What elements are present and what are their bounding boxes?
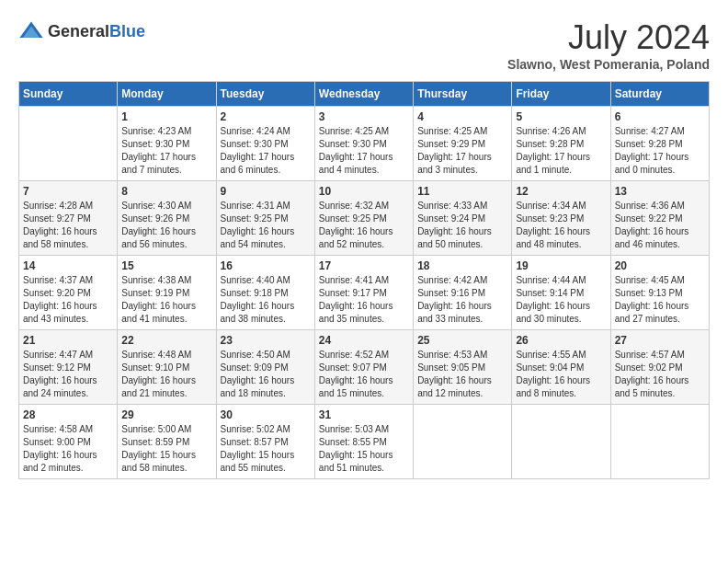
day-number: 12: [516, 185, 606, 198]
cell-content: Sunrise: 4:58 AM Sunset: 9:00 PM Dayligh…: [23, 423, 113, 475]
cell-content: Sunrise: 4:32 AM Sunset: 9:25 PM Dayligh…: [319, 200, 409, 251]
cell-content: Sunrise: 5:02 AM Sunset: 8:57 PM Dayligh…: [221, 423, 311, 475]
calendar-cell: 2Sunrise: 4:24 AM Sunset: 9:30 PM Daylig…: [216, 107, 314, 181]
calendar-week-2: 7Sunrise: 4:28 AM Sunset: 9:27 PM Daylig…: [19, 181, 710, 256]
cell-content: Sunrise: 4:31 AM Sunset: 9:25 PM Dayligh…: [221, 200, 311, 251]
calendar-cell: [19, 107, 118, 181]
cell-content: Sunrise: 4:26 AM Sunset: 9:28 PM Dayligh…: [516, 125, 606, 177]
day-number: 26: [516, 334, 606, 347]
day-number: 8: [121, 185, 211, 198]
calendar-cell: 11Sunrise: 4:33 AM Sunset: 9:24 PM Dayli…: [414, 181, 512, 256]
day-number: 11: [417, 185, 507, 198]
cell-content: Sunrise: 4:45 AM Sunset: 9:13 PM Dayligh…: [615, 274, 705, 326]
month-year: July 2024: [507, 18, 710, 57]
calendar-cell: 13Sunrise: 4:36 AM Sunset: 9:22 PM Dayli…: [610, 181, 709, 256]
col-tuesday: Tuesday: [216, 82, 314, 107]
calendar-cell: 14Sunrise: 4:37 AM Sunset: 9:20 PM Dayli…: [19, 256, 118, 330]
day-number: 9: [221, 185, 311, 198]
calendar-cell: 15Sunrise: 4:38 AM Sunset: 9:19 PM Dayli…: [118, 256, 216, 330]
cell-content: Sunrise: 4:28 AM Sunset: 9:27 PM Dayligh…: [23, 200, 113, 251]
day-number: 15: [121, 259, 211, 272]
calendar-cell: 9Sunrise: 4:31 AM Sunset: 9:25 PM Daylig…: [216, 181, 314, 256]
col-sunday: Sunday: [19, 82, 118, 107]
day-number: 4: [417, 110, 507, 123]
calendar-table: Sunday Monday Tuesday Wednesday Thursday…: [18, 81, 710, 479]
calendar-cell: 22Sunrise: 4:48 AM Sunset: 9:10 PM Dayli…: [118, 330, 216, 405]
day-number: 20: [615, 259, 705, 272]
calendar-cell: 25Sunrise: 4:53 AM Sunset: 9:05 PM Dayli…: [414, 330, 512, 405]
cell-content: Sunrise: 4:53 AM Sunset: 9:05 PM Dayligh…: [417, 349, 507, 400]
day-number: 1: [121, 110, 211, 123]
calendar-cell: 10Sunrise: 4:32 AM Sunset: 9:25 PM Dayli…: [314, 181, 413, 256]
page-header: GeneralBlue July 2024 Slawno, West Pomer…: [18, 18, 710, 72]
calendar-cell: 23Sunrise: 4:50 AM Sunset: 9:09 PM Dayli…: [216, 330, 314, 405]
cell-content: Sunrise: 4:33 AM Sunset: 9:24 PM Dayligh…: [417, 200, 507, 251]
day-number: 6: [615, 110, 705, 123]
calendar-cell: 19Sunrise: 4:44 AM Sunset: 9:14 PM Dayli…: [512, 256, 610, 330]
calendar-cell: 29Sunrise: 5:00 AM Sunset: 8:59 PM Dayli…: [118, 405, 216, 479]
col-thursday: Thursday: [414, 82, 512, 107]
day-number: 5: [516, 110, 606, 123]
cell-content: Sunrise: 4:42 AM Sunset: 9:16 PM Dayligh…: [417, 274, 507, 326]
day-number: 10: [319, 185, 409, 198]
day-number: 19: [516, 259, 606, 272]
calendar-cell: 18Sunrise: 4:42 AM Sunset: 9:16 PM Dayli…: [414, 256, 512, 330]
cell-content: Sunrise: 4:37 AM Sunset: 9:20 PM Dayligh…: [23, 274, 113, 326]
day-number: 7: [23, 185, 113, 198]
calendar-cell: 28Sunrise: 4:58 AM Sunset: 9:00 PM Dayli…: [19, 405, 118, 479]
cell-content: Sunrise: 4:55 AM Sunset: 9:04 PM Dayligh…: [516, 349, 606, 400]
calendar-cell: 24Sunrise: 4:52 AM Sunset: 9:07 PM Dayli…: [314, 330, 413, 405]
calendar-cell: 12Sunrise: 4:34 AM Sunset: 9:23 PM Dayli…: [512, 181, 610, 256]
calendar-cell: 6Sunrise: 4:27 AM Sunset: 9:28 PM Daylig…: [610, 107, 709, 181]
calendar-cell: [512, 405, 610, 479]
day-number: 30: [221, 408, 311, 421]
calendar-cell: 7Sunrise: 4:28 AM Sunset: 9:27 PM Daylig…: [19, 181, 118, 256]
day-number: 29: [121, 408, 211, 421]
day-number: 3: [319, 110, 409, 123]
cell-content: Sunrise: 5:00 AM Sunset: 8:59 PM Dayligh…: [121, 423, 211, 475]
calendar-cell: 17Sunrise: 4:41 AM Sunset: 9:17 PM Dayli…: [314, 256, 413, 330]
calendar-cell: 16Sunrise: 4:40 AM Sunset: 9:18 PM Dayli…: [216, 256, 314, 330]
day-number: 18: [417, 259, 507, 272]
col-friday: Friday: [512, 82, 610, 107]
day-number: 21: [23, 334, 113, 347]
calendar-week-5: 28Sunrise: 4:58 AM Sunset: 9:00 PM Dayli…: [19, 405, 710, 479]
logo: GeneralBlue: [18, 18, 145, 44]
calendar-cell: 31Sunrise: 5:03 AM Sunset: 8:55 PM Dayli…: [314, 405, 413, 479]
logo-text-blue: Blue: [109, 22, 145, 40]
day-number: 22: [121, 334, 211, 347]
calendar-cell: 30Sunrise: 5:02 AM Sunset: 8:57 PM Dayli…: [216, 405, 314, 479]
logo-text-general: General: [48, 22, 109, 40]
calendar-cell: [414, 405, 512, 479]
col-monday: Monday: [118, 82, 216, 107]
calendar-week-1: 1Sunrise: 4:23 AM Sunset: 9:30 PM Daylig…: [19, 107, 710, 181]
day-number: 31: [319, 408, 409, 421]
cell-content: Sunrise: 4:41 AM Sunset: 9:17 PM Dayligh…: [319, 274, 409, 326]
calendar-cell: 27Sunrise: 4:57 AM Sunset: 9:02 PM Dayli…: [610, 330, 709, 405]
calendar-cell: 4Sunrise: 4:25 AM Sunset: 9:29 PM Daylig…: [414, 107, 512, 181]
calendar-week-3: 14Sunrise: 4:37 AM Sunset: 9:20 PM Dayli…: [19, 256, 710, 330]
title-area: July 2024 Slawno, West Pomerania, Poland: [507, 18, 710, 72]
cell-content: Sunrise: 4:40 AM Sunset: 9:18 PM Dayligh…: [221, 274, 311, 326]
day-number: 14: [23, 259, 113, 272]
cell-content: Sunrise: 4:27 AM Sunset: 9:28 PM Dayligh…: [615, 125, 705, 177]
cell-content: Sunrise: 4:24 AM Sunset: 9:30 PM Dayligh…: [221, 125, 311, 177]
day-number: 13: [615, 185, 705, 198]
cell-content: Sunrise: 4:50 AM Sunset: 9:09 PM Dayligh…: [221, 349, 311, 400]
cell-content: Sunrise: 4:30 AM Sunset: 9:26 PM Dayligh…: [121, 200, 211, 251]
day-number: 23: [221, 334, 311, 347]
day-number: 2: [221, 110, 311, 123]
cell-content: Sunrise: 4:34 AM Sunset: 9:23 PM Dayligh…: [516, 200, 606, 251]
day-number: 27: [615, 334, 705, 347]
calendar-cell: [610, 405, 709, 479]
calendar-cell: 21Sunrise: 4:47 AM Sunset: 9:12 PM Dayli…: [19, 330, 118, 405]
calendar-cell: 20Sunrise: 4:45 AM Sunset: 9:13 PM Dayli…: [610, 256, 709, 330]
header-row: Sunday Monday Tuesday Wednesday Thursday…: [19, 82, 710, 107]
day-number: 25: [417, 334, 507, 347]
day-number: 16: [221, 259, 311, 272]
cell-content: Sunrise: 4:23 AM Sunset: 9:30 PM Dayligh…: [121, 125, 211, 177]
calendar-week-4: 21Sunrise: 4:47 AM Sunset: 9:12 PM Dayli…: [19, 330, 710, 405]
day-number: 17: [319, 259, 409, 272]
calendar-cell: 1Sunrise: 4:23 AM Sunset: 9:30 PM Daylig…: [118, 107, 216, 181]
cell-content: Sunrise: 4:25 AM Sunset: 9:29 PM Dayligh…: [417, 125, 507, 177]
